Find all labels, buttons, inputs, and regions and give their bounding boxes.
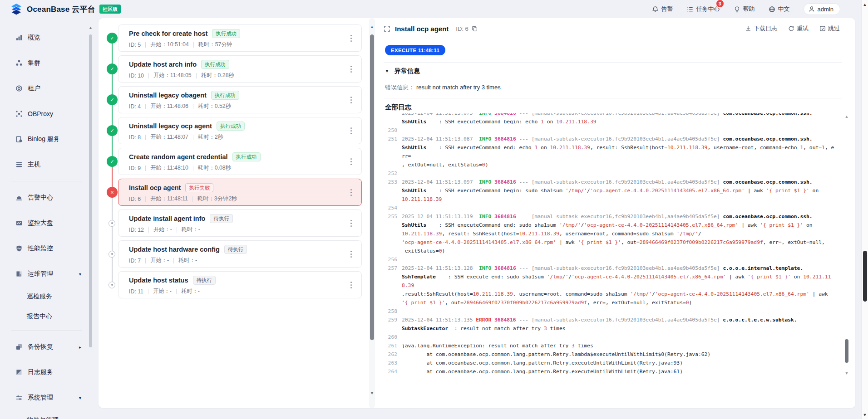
success-check-icon: ✓ <box>107 33 118 44</box>
nav-help[interactable]: 帮助 <box>734 5 755 13</box>
log-line-number: 258 <box>384 307 397 316</box>
more-actions-icon[interactable] <box>347 248 355 260</box>
execute-state-tag: EXECUTE 11:48:11 <box>385 45 445 55</box>
log-line: 261java.lang.RuntimeException: result no… <box>384 341 841 350</box>
meta-separator <box>145 258 146 263</box>
meta-separator <box>177 227 177 233</box>
scroll-up-icon[interactable]: ▲ <box>862 1 868 8</box>
nav-task-center[interactable]: 任务中心 3 <box>687 5 720 13</box>
brand-logo-group[interactable]: OceanBase 云平台 社区版 <box>0 3 121 15</box>
subtask-card[interactable]: Install ocp agent执行失败ID: 6开始：11:48:11耗时：… <box>118 179 362 206</box>
subtask-card[interactable]: Uninstall legacy ocp agent执行成功ID: 8开始：11… <box>118 117 362 144</box>
window-scrollbar[interactable]: ▲ ▼ <box>861 0 868 419</box>
log-line: 2025-12-04 11:51:13.075 INFO 3684816 ---… <box>384 113 841 126</box>
subtask-card[interactable]: Create random agent credential执行成功ID: 9开… <box>118 148 362 175</box>
more-actions-icon[interactable] <box>347 279 355 291</box>
backup-icon <box>15 343 23 351</box>
subtask-card[interactable]: Update host status待执行ID: 11开始：-耗时：- <box>118 271 362 298</box>
log-scrollbar-thumb[interactable] <box>845 339 848 363</box>
scroll-up-icon[interactable]: ▲ <box>88 24 93 31</box>
subtask-card[interactable]: Pre check for create host执行成功ID: 5开始：10:… <box>118 24 362 52</box>
sidebar-item-report-center[interactable]: 报告中心 <box>0 307 88 326</box>
sidebar-item-ops-manage[interactable]: 运维管理▾ <box>0 261 88 287</box>
log-line-text <box>402 204 834 212</box>
sidebar-item-binlog[interactable]: Binlog 服务 <box>0 127 88 152</box>
more-actions-icon[interactable] <box>347 125 355 136</box>
log-line-number: 252 <box>384 169 397 178</box>
expand-icon[interactable] <box>384 25 390 32</box>
scroll-up-icon[interactable]: ▲ <box>369 24 375 30</box>
log-line-text <box>402 333 834 341</box>
meta-separator <box>145 42 146 48</box>
subtask-start-time: 开始：- <box>153 287 172 295</box>
retry-button[interactable]: 重试 <box>788 24 809 33</box>
subtask-meta: ID: 12开始：-耗时：- <box>129 226 343 234</box>
sidebar-item-cluster[interactable]: 集群 <box>0 50 88 76</box>
sidebar-item-obproxy[interactable]: OBProxy <box>0 101 88 127</box>
subtask-scrollbar[interactable]: ▲ ▼ <box>369 18 375 408</box>
exception-section-toggle[interactable]: ▼ 异常信息 <box>385 67 420 75</box>
sidebar-item-inspection[interactable]: 巡检服务 <box>0 287 88 307</box>
subtask-scrollbar-thumb[interactable] <box>370 34 374 340</box>
subtask-timeline-panel: Pre check for create host执行成功ID: 5开始：10:… <box>99 18 375 408</box>
more-actions-icon[interactable] <box>347 186 355 198</box>
user-menu[interactable]: admin <box>804 3 840 15</box>
nav-alerts[interactable]: 告警 <box>652 5 673 13</box>
meta-separator <box>145 166 146 171</box>
oceanbase-logo-icon <box>10 3 23 15</box>
more-actions-icon[interactable] <box>347 217 355 229</box>
subtask-duration: 耗时：2秒 <box>198 133 223 141</box>
download-log-button[interactable]: 下载日志 <box>745 24 777 33</box>
status-badge: 待执行 <box>193 276 216 285</box>
nav-language[interactable]: 中文 <box>769 5 790 13</box>
skip-icon <box>819 25 826 32</box>
sidebar-item-monitor-board[interactable]: 监控大盘 <box>0 210 88 236</box>
meta-separator <box>196 73 197 78</box>
sidebar-scrollbar-thumb[interactable] <box>89 34 92 347</box>
log-line-text: 2025-12-04 11:51:13.075 INFO 3684816 ---… <box>402 113 834 126</box>
subtask-card[interactable]: Update host arch info执行成功ID: 10开始：11:48:… <box>118 55 362 83</box>
detail-header: Install ocp agent ID: 6 下载日志 重试 <box>384 24 840 33</box>
more-actions-icon[interactable] <box>347 156 355 167</box>
log-line-text: 2025-12-04 11:51:13.135 ERROR 3684816 --… <box>402 316 834 333</box>
subtask-card[interactable]: Uninstall legacy obagent执行成功ID: 4开始：11:4… <box>118 86 362 113</box>
sidebar-item-host[interactable]: 主机 <box>0 152 88 177</box>
subtask-card[interactable]: Update host hardware config待执行ID: 7开始：-耗… <box>118 240 362 268</box>
scroll-down-icon[interactable]: ▼ <box>844 370 849 376</box>
scroll-up-icon[interactable]: ▲ <box>844 113 849 120</box>
sidebar-item-tenant[interactable]: 租户 <box>0 76 88 101</box>
sidebar-item-alarm-center[interactable]: 告警中心 <box>0 185 88 210</box>
sidebar-item-label: 监控大盘 <box>28 219 53 227</box>
log-line-number: 265 <box>384 376 397 377</box>
subtask-meta: ID: 10开始：11:48:05耗时：0.28秒 <box>129 72 343 79</box>
sidebar-item-label: 巡检服务 <box>27 292 52 301</box>
sidebar-item-log-service[interactable]: 日志服务 <box>0 360 88 385</box>
more-actions-icon[interactable] <box>347 32 355 44</box>
sidebar-item-perf-monitor[interactable]: 性能监控 <box>0 236 88 261</box>
log-line-text: 2025-12-04 11:51:13.097 INFO 3684816 ---… <box>402 178 834 204</box>
log-line-text <box>402 126 834 135</box>
sidebar-item-package-manage[interactable]: 软件包管理 <box>0 410 88 419</box>
log-scrollbar[interactable]: ▲ ▼ <box>844 113 849 377</box>
sidebar-item-overview[interactable]: 概览 <box>0 25 88 50</box>
header-nav: 告警 任务中心 3 帮助 中文 admin <box>652 3 861 15</box>
subtask-card[interactable]: Update install agent info待执行ID: 12开始：-耗时… <box>118 210 362 237</box>
scroll-down-icon[interactable]: ▼ <box>369 390 375 396</box>
more-actions-icon[interactable] <box>347 94 355 106</box>
log-viewer[interactable]: 2025-12-04 11:51:13.075 INFO 3684816 ---… <box>384 113 841 377</box>
window-scrollbar-thumb[interactable] <box>863 251 867 302</box>
skip-button[interactable]: 跳过 <box>819 24 840 33</box>
sidebar-item-backup-restore[interactable]: 备份恢复▸ <box>0 334 88 360</box>
sidebar-item-system-manage[interactable]: 系统管理▾ <box>0 385 88 410</box>
copy-id-icon[interactable] <box>472 26 478 32</box>
log-line-number: 256 <box>384 255 397 264</box>
log-line-text <box>402 307 834 316</box>
sidebar-item-label: 性能监控 <box>28 244 53 253</box>
scroll-down-icon[interactable]: ▼ <box>862 412 868 418</box>
more-actions-icon[interactable] <box>347 63 355 75</box>
sidebar-scrollbar[interactable]: ▲ <box>88 18 93 408</box>
log-line: 252 <box>384 169 841 178</box>
log-line: 254 <box>384 204 841 212</box>
detail-id: ID: 6 <box>456 25 468 32</box>
chevron-right-icon: ▸ <box>79 345 81 350</box>
